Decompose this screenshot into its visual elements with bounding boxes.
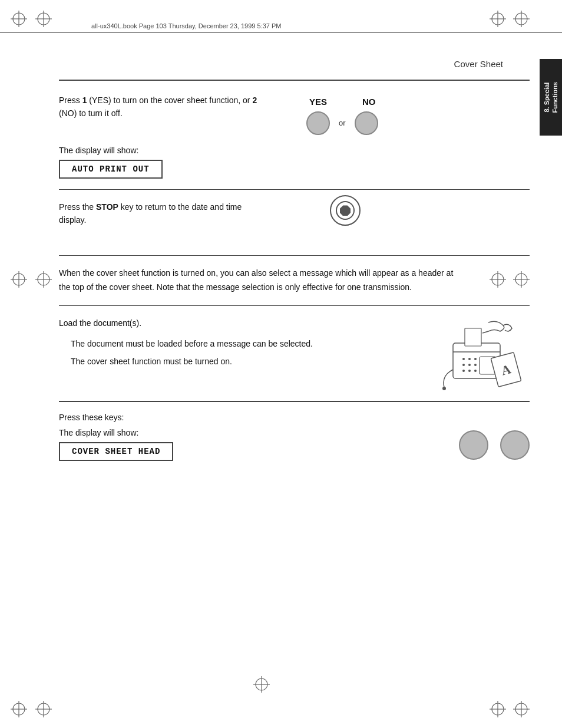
svg-point-41 (462, 358, 465, 360)
corner-crosshair-br (513, 701, 530, 717)
corner-crosshair-tl2 (35, 11, 52, 27)
yes-button[interactable] (306, 111, 330, 135)
key-button-2[interactable] (500, 430, 530, 460)
svg-point-49 (474, 370, 477, 372)
doc-section: Load the document(s). The document must … (59, 306, 530, 401)
keys-buttons (459, 430, 530, 460)
display-section-1: The display will show: AUTO PRINT OUT (59, 146, 530, 189)
info-section: When the cover sheet function is turned … (59, 256, 459, 305)
or-text: or (339, 118, 346, 127)
corner-crosshair-tl (11, 11, 27, 27)
doc-main-line: Load the document(s). (59, 317, 418, 330)
display-box2: COVER SHEET HEAD (59, 442, 173, 461)
stop-octagon (340, 205, 351, 216)
large-gap-1 (59, 238, 530, 255)
stop-button-area (330, 195, 361, 226)
buttons-row: or (306, 111, 378, 135)
svg-point-45 (468, 364, 471, 366)
corner-crosshair-br2 (490, 701, 506, 717)
side-tab-text: 8. SpecialFunctions (543, 82, 560, 113)
main-content: Press 1 (YES) to turn on the cover sheet… (59, 32, 530, 681)
svg-rect-51 (465, 328, 481, 346)
yes-label: YES (309, 97, 327, 107)
svg-point-54 (442, 387, 446, 390)
press-keys-label: Press these keys: (59, 413, 441, 422)
svg-point-46 (474, 364, 477, 366)
corner-crosshair-bl2 (35, 701, 52, 717)
corner-crosshair-tr2 (490, 11, 506, 27)
svg-point-48 (468, 370, 471, 372)
doc-text: Load the document(s). The document must … (59, 317, 418, 373)
section1-text: Press 1 (YES) to turn on the cover sheet… (59, 94, 259, 120)
display-box-1: AUTO PRINT OUT (59, 160, 163, 179)
corner-crosshair-tr (513, 11, 530, 27)
section1: Press 1 (YES) to turn on the cover sheet… (59, 81, 530, 146)
yes-no-buttons: YES NO or (306, 97, 378, 135)
stop-key-bold: STOP (96, 202, 118, 212)
fax-machine-svg: A (435, 311, 530, 393)
side-tab: 8. SpecialFunctions (540, 59, 562, 136)
corner-crosshair-bl (11, 701, 27, 717)
display-label2: The display will show: (59, 428, 441, 437)
svg-point-44 (462, 364, 465, 366)
no-button[interactable] (355, 111, 378, 135)
section2: Press the STOP key to return to the date… (59, 190, 530, 238)
doc-sub2: The cover sheet function must be turned … (71, 355, 418, 368)
svg-point-43 (474, 358, 477, 360)
no-label: NO (362, 97, 376, 107)
file-info: all-ux340L.book Page 103 Thursday, Decem… (91, 22, 281, 29)
press-section: Press these keys: The display will show:… (59, 402, 530, 467)
fax-machine-illustration: A (435, 311, 530, 395)
svg-point-42 (468, 358, 471, 360)
yes-no-labels: YES NO (309, 97, 376, 107)
section2-text: Press the STOP key to return to the date… (59, 200, 259, 227)
svg-point-47 (462, 370, 465, 372)
display-label-1: The display will show: (59, 146, 530, 155)
press-keys-row: Press these keys: The display will show:… (59, 413, 530, 461)
press-keys-text-col: Press these keys: The display will show:… (59, 413, 441, 461)
stop-button-circle[interactable] (330, 195, 361, 226)
left-crosshair-2 (35, 271, 52, 288)
key-button-1[interactable] (459, 430, 488, 460)
left-crosshair-1 (11, 271, 27, 288)
doc-sub1: The document must be loaded before a mes… (71, 337, 418, 350)
section1-instruction: Press 1 (YES) to turn on the cover sheet… (59, 95, 257, 118)
stop-button-inner (336, 201, 355, 220)
